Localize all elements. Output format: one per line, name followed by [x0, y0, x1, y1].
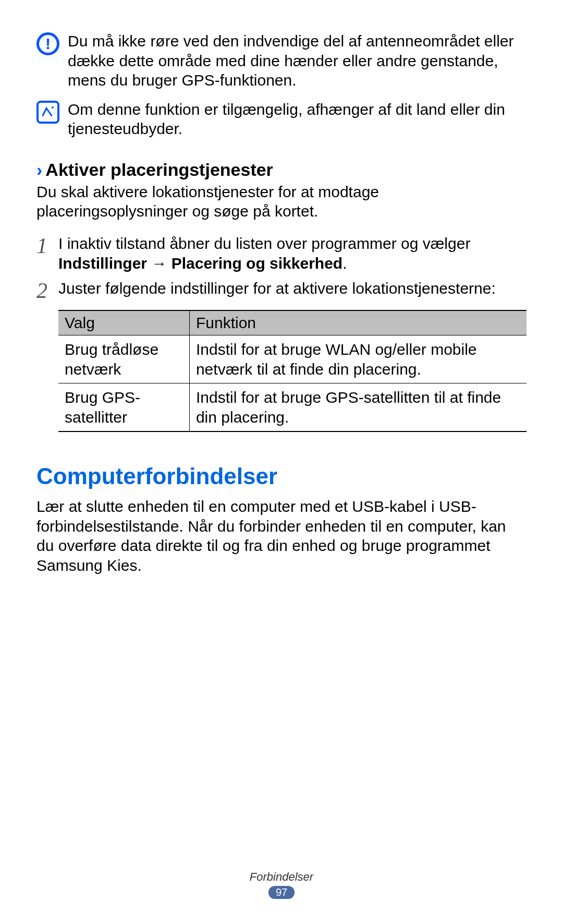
cell-fn-0: Indstil for at bruge WLAN og/eller mobil… [189, 335, 527, 383]
page-number: 97 [268, 886, 295, 899]
subheading-aktiver: › Aktiver placeringstjenester [36, 160, 527, 180]
subheading-text: Aktiver placeringstjenester [45, 160, 273, 180]
step-1a: I inaktiv tilstand åbner du listen over … [58, 235, 470, 252]
table-row: Brug GPS-satellitter Indstil for at brug… [58, 383, 527, 432]
step-1c: . [342, 255, 347, 272]
step-1b: Indstillinger → Placering og sikkerhed [58, 255, 342, 272]
step-number-2: 2 [36, 279, 58, 302]
cell-fn-1: Indstil for at bruge GPS-satellitten til… [189, 383, 527, 432]
cell-opt-1: Brug GPS-satellitter [58, 383, 189, 432]
info-icon-wrap [36, 100, 68, 124]
th-funktion: Funktion [189, 310, 527, 335]
note-icon [36, 101, 59, 124]
page-footer: Forbindelser 97 [0, 870, 563, 899]
section-heading-computer: Computerforbindelser [36, 463, 527, 489]
warning-icon: ! [36, 32, 59, 55]
step-2: 2 Juster følgende indstillinger for at a… [36, 279, 527, 302]
info-note: Om denne funktion er tilgængelig, afhæng… [36, 100, 527, 139]
options-table-wrap: Valg Funktion Brug trådløse netværk Inds… [58, 310, 527, 432]
table-row: Brug trådløse netværk Indstil for at bru… [58, 335, 527, 383]
section2-body: Lær at slutte enheden til en computer me… [36, 497, 527, 575]
page: ! Du må ikke røre ved den indvendige del… [0, 0, 563, 924]
th-valg: Valg [58, 310, 189, 335]
step-2-text: Juster følgende indstillinger for at akt… [58, 279, 527, 298]
warning-note: ! Du må ikke røre ved den indvendige del… [36, 31, 527, 90]
step-1: 1 I inaktiv tilstand åbner du listen ove… [36, 234, 527, 274]
step-1-text: I inaktiv tilstand åbner du listen over … [58, 234, 527, 274]
options-table: Valg Funktion Brug trådløse netværk Inds… [58, 310, 527, 432]
warning-text: Du må ikke røre ved den indvendige del a… [68, 31, 527, 90]
step-number-1: 1 [36, 234, 58, 257]
footer-label: Forbindelser [0, 870, 563, 884]
warning-icon-wrap: ! [36, 31, 68, 55]
table-header-row: Valg Funktion [58, 310, 527, 335]
section1-intro: Du skal aktivere lokationstjenester for … [36, 182, 527, 221]
info-text: Om denne funktion er tilgængelig, afhæng… [68, 100, 527, 139]
chevron-right-icon: › [36, 160, 42, 180]
cell-opt-0: Brug trådløse netværk [58, 335, 189, 383]
